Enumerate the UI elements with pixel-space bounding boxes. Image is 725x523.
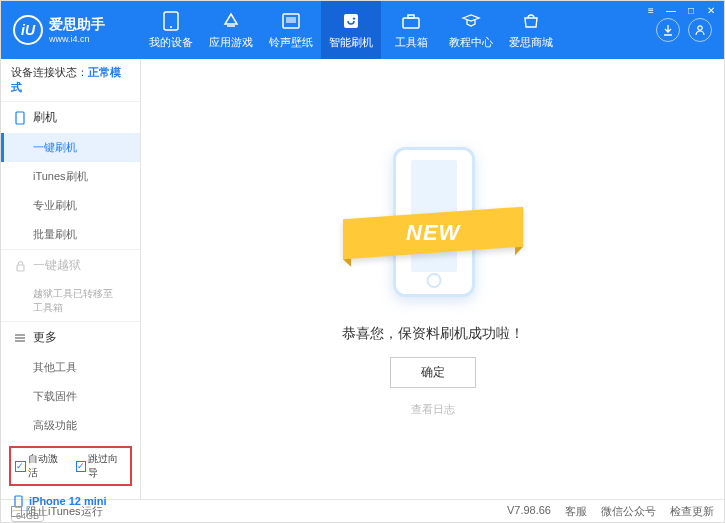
phone-small-icon xyxy=(13,111,27,125)
nav-store[interactable]: 爱思商城 xyxy=(501,1,561,59)
success-illustration: NEW xyxy=(343,141,523,311)
logo-icon: iU xyxy=(13,15,43,45)
version-label: V7.98.66 xyxy=(507,504,551,519)
skip-guide-checkbox[interactable]: ✓跳过向导 xyxy=(76,452,127,480)
main-nav: 我的设备 应用游戏 铃声壁纸 智能刷机 工具箱 教程中心 爱思商城 xyxy=(141,1,656,59)
success-message: 恭喜您，保资料刷机成功啦！ xyxy=(342,325,524,343)
auto-activate-checkbox[interactable]: ✓自动激活 xyxy=(15,452,66,480)
svg-rect-4 xyxy=(344,14,358,28)
download-button[interactable] xyxy=(656,18,680,42)
update-link[interactable]: 检查更新 xyxy=(670,504,714,519)
sidebar-itunes-flash[interactable]: iTunes刷机 xyxy=(1,162,140,191)
account-button[interactable] xyxy=(688,18,712,42)
nav-tutorial[interactable]: 教程中心 xyxy=(441,1,501,59)
sidebar-advanced[interactable]: 高级功能 xyxy=(1,411,140,440)
service-link[interactable]: 客服 xyxy=(565,504,587,519)
block-itunes-checkbox[interactable]: 阻止iTunes运行 xyxy=(11,504,103,519)
connection-status: 设备连接状态：正常模式 xyxy=(1,59,140,101)
apps-icon xyxy=(221,11,241,31)
lock-icon xyxy=(13,259,27,273)
svg-rect-8 xyxy=(16,112,24,124)
sidebar-other-tools[interactable]: 其他工具 xyxy=(1,353,140,382)
app-subtitle: www.i4.cn xyxy=(49,34,105,44)
wechat-link[interactable]: 微信公众号 xyxy=(601,504,656,519)
svg-rect-6 xyxy=(408,15,414,18)
sidebar-download-fw[interactable]: 下载固件 xyxy=(1,382,140,411)
nav-toolbox[interactable]: 工具箱 xyxy=(381,1,441,59)
nav-apps[interactable]: 应用游戏 xyxy=(201,1,261,59)
svg-rect-9 xyxy=(17,265,24,271)
svg-point-7 xyxy=(698,26,702,30)
store-icon xyxy=(521,11,541,31)
nav-flash[interactable]: 智能刷机 xyxy=(321,1,381,59)
minimize-btn[interactable]: — xyxy=(662,3,680,17)
maximize-btn[interactable]: □ xyxy=(682,3,700,17)
jailbreak-note: 越狱工具已转移至 工具箱 xyxy=(1,281,140,321)
sidebar-oneclick-flash[interactable]: 一键刷机 xyxy=(1,133,140,162)
close-btn[interactable]: ✕ xyxy=(702,3,720,17)
options-box: ✓自动激活 ✓跳过向导 xyxy=(9,446,132,486)
svg-point-1 xyxy=(170,26,172,28)
view-log-link[interactable]: 查看日志 xyxy=(411,402,455,417)
sidebar-flash[interactable]: 刷机 xyxy=(1,102,140,133)
app-title: 爱思助手 xyxy=(49,16,105,34)
svg-rect-5 xyxy=(403,18,419,28)
sidebar-pro-flash[interactable]: 专业刷机 xyxy=(1,191,140,220)
toolbox-icon xyxy=(401,11,421,31)
content-area: NEW 恭喜您，保资料刷机成功啦！ 确定 查看日志 xyxy=(141,59,724,499)
nav-device[interactable]: 我的设备 xyxy=(141,1,201,59)
app-logo: iU 爱思助手 www.i4.cn xyxy=(1,15,141,45)
sidebar-batch-flash[interactable]: 批量刷机 xyxy=(1,220,140,249)
menu-btn[interactable]: ≡ xyxy=(642,3,660,17)
ok-button[interactable]: 确定 xyxy=(390,357,476,388)
sidebar-more[interactable]: 更多 xyxy=(1,322,140,353)
wallpaper-icon xyxy=(281,11,301,31)
svg-rect-3 xyxy=(286,17,296,23)
sidebar: 设备连接状态：正常模式 刷机 一键刷机 iTunes刷机 专业刷机 批量刷机 一… xyxy=(1,59,141,499)
tutorial-icon xyxy=(461,11,481,31)
more-icon xyxy=(13,331,27,345)
phone-icon xyxy=(161,11,181,31)
sidebar-jailbreak[interactable]: 一键越狱 xyxy=(1,250,140,281)
flash-icon xyxy=(341,11,361,31)
nav-ringtone[interactable]: 铃声壁纸 xyxy=(261,1,321,59)
